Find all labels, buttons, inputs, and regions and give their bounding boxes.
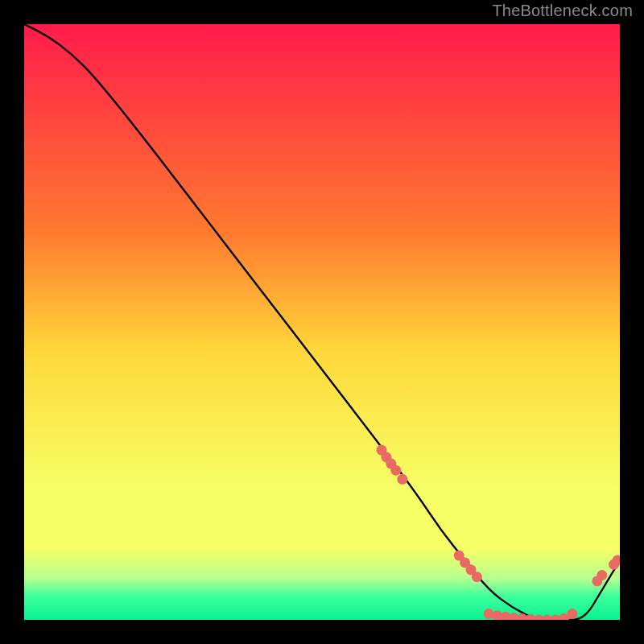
data-marker <box>597 570 607 580</box>
data-marker <box>390 465 401 476</box>
data-marker <box>567 609 577 619</box>
plot-area <box>24 24 620 620</box>
attribution-label: TheBottleneck.com <box>492 2 633 20</box>
data-marker <box>472 572 482 582</box>
chart-stage: TheBottleneck.com <box>0 0 644 644</box>
data-marker <box>397 474 407 485</box>
chart-svg <box>24 24 620 620</box>
gradient-background <box>24 24 620 620</box>
